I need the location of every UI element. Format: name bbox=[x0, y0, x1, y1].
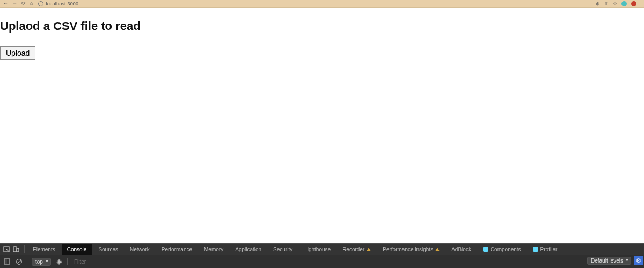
tab-recorder-label: Recorder bbox=[342, 247, 364, 252]
browser-toolbar: ← → ⟳ ⌂ i localhost:3000 ⊕ ⇧ ☆ bbox=[0, 0, 644, 8]
browser-nav-group: ← → ⟳ ⌂ bbox=[3, 1, 33, 6]
context-selector[interactable]: top bbox=[32, 258, 51, 266]
browser-right-icons: ⊕ ⇧ ☆ bbox=[596, 1, 641, 6]
tab-memory[interactable]: Memory bbox=[199, 244, 229, 255]
tab-adblock[interactable]: AdBlock bbox=[446, 244, 477, 255]
tab-components[interactable]: Components bbox=[478, 244, 526, 255]
tab-elements[interactable]: Elements bbox=[27, 244, 61, 255]
zoom-icon[interactable]: ⊕ bbox=[596, 1, 600, 6]
tab-recorder[interactable]: Recorder bbox=[337, 244, 376, 255]
devtools-tabstrip: Elements Console Sources Network Perform… bbox=[0, 243, 644, 255]
log-levels-selector[interactable]: Default levels bbox=[587, 257, 631, 265]
address-bar[interactable]: i localhost:3000 bbox=[38, 1, 78, 6]
console-filter-input[interactable] bbox=[72, 258, 641, 266]
tab-components-label: Components bbox=[491, 247, 521, 252]
tab-application[interactable]: Application bbox=[230, 244, 267, 255]
site-info-icon[interactable]: i bbox=[38, 1, 43, 6]
extension-icon-2[interactable] bbox=[631, 1, 636, 6]
upload-button[interactable]: Upload bbox=[0, 46, 35, 60]
devtools-divider bbox=[24, 245, 25, 253]
svg-rect-3 bbox=[4, 259, 10, 264]
filter-divider bbox=[67, 258, 68, 265]
warning-triangle-icon bbox=[435, 248, 440, 251]
tab-lighthouse[interactable]: Lighthouse bbox=[299, 244, 336, 255]
svg-rect-2 bbox=[17, 248, 19, 252]
console-sidebar-toggle-icon[interactable] bbox=[3, 258, 11, 265]
forward-icon[interactable]: → bbox=[12, 1, 17, 6]
tab-performance-insights[interactable]: Performance insights bbox=[377, 244, 445, 255]
console-settings-icon[interactable]: ⚙ bbox=[634, 256, 643, 265]
devtools-controls bbox=[3, 246, 21, 252]
tab-network[interactable]: Network bbox=[125, 244, 155, 255]
clear-console-icon[interactable] bbox=[15, 258, 23, 265]
page-content: Uplaod a CSV file to read Upload bbox=[0, 8, 644, 243]
tab-profiler-label: Profiler bbox=[540, 247, 558, 252]
reload-icon[interactable]: ⟳ bbox=[21, 1, 26, 6]
live-expression-icon[interactable]: ◉ bbox=[55, 258, 63, 265]
devtools-panel: Elements Console Sources Network Perform… bbox=[0, 243, 644, 268]
bookmark-star-icon[interactable]: ☆ bbox=[613, 1, 617, 6]
home-icon[interactable]: ⌂ bbox=[30, 1, 33, 6]
tab-security[interactable]: Security bbox=[268, 244, 298, 255]
tab-profiler[interactable]: Profiler bbox=[528, 244, 563, 255]
svg-rect-1 bbox=[13, 247, 17, 252]
inspect-element-icon[interactable] bbox=[3, 246, 10, 252]
tab-sources[interactable]: Sources bbox=[93, 244, 123, 255]
tab-perf-insights-label: Performance insights bbox=[383, 247, 433, 252]
react-profiler-icon bbox=[533, 247, 538, 252]
filter-divider bbox=[27, 258, 27, 265]
page-heading: Uplaod a CSV file to read bbox=[0, 19, 644, 33]
back-icon[interactable]: ← bbox=[3, 1, 8, 6]
react-components-icon bbox=[483, 247, 488, 252]
share-icon[interactable]: ⇧ bbox=[604, 1, 609, 6]
device-toolbar-icon[interactable] bbox=[13, 246, 19, 252]
tab-console[interactable]: Console bbox=[62, 244, 92, 255]
warning-triangle-icon bbox=[367, 248, 371, 251]
console-filter-bar: top ◉ Default levels ⚙ bbox=[0, 255, 644, 268]
url-text: localhost:3000 bbox=[46, 1, 78, 6]
tab-performance[interactable]: Performance bbox=[156, 244, 197, 255]
extension-icon-1[interactable] bbox=[621, 1, 627, 6]
